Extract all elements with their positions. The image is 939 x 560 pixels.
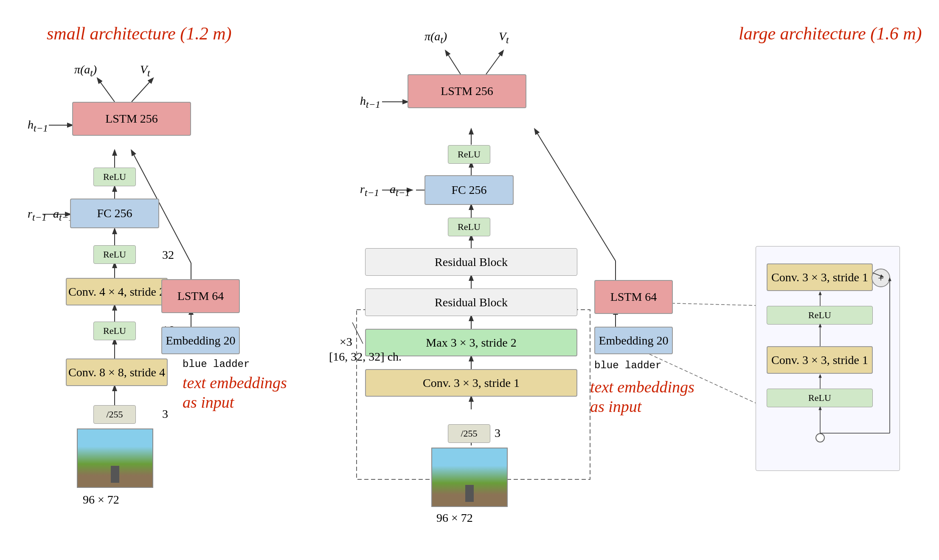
svg-line-8	[132, 78, 153, 102]
vt-label-left: Vt	[140, 63, 150, 79]
conv2-left: Conv. 4 × 4, stride 2	[66, 278, 168, 305]
svg-line-24	[446, 51, 461, 74]
residual-block-1: Residual Block	[365, 288, 577, 316]
image-left	[77, 428, 153, 488]
lstm-small-left: LSTM 64	[161, 279, 240, 313]
lstm-main-right: LSTM 256	[408, 74, 526, 108]
channel-sizes-label: [16, 32, 32] ch.	[329, 350, 402, 364]
ht1-label-left: ht−1	[28, 118, 48, 134]
rt1-label-left: rt−1	[28, 207, 47, 223]
image-size-left: 96 × 72	[83, 493, 119, 507]
svg-line-7	[98, 78, 115, 102]
svg-line-31	[535, 129, 616, 261]
at1-label-right: at−1	[390, 182, 410, 199]
ch3-label-left: 3	[162, 407, 168, 421]
lstm-main-left: LSTM 256	[72, 102, 191, 136]
blue-ladder-right: blue ladder	[594, 360, 661, 371]
lstm-small-right: LSTM 64	[594, 280, 673, 314]
ht1-label-right: ht−1	[360, 94, 380, 110]
fc-right: FC 256	[425, 175, 514, 205]
embedding-left: Embedding 20	[161, 327, 240, 354]
pi-label-left: π(at)	[74, 63, 97, 79]
rt1-label-right: rt−1	[360, 182, 379, 199]
image-size-right: 96 × 72	[436, 511, 473, 525]
vt-label-right: Vt	[499, 30, 509, 46]
embedding-right: Embedding 20	[594, 327, 673, 354]
fc-left: FC 256	[70, 199, 159, 228]
relu2-right: ReLU	[448, 218, 490, 236]
residual-block-2: Residual Block	[365, 248, 577, 276]
residual-detail-box: Conv. 3 × 3, stride 1 + ReLU Conv. 3 × 3…	[756, 246, 900, 471]
norm-left: /255	[93, 405, 136, 424]
svg-line-33	[352, 322, 363, 344]
image-right	[431, 448, 508, 507]
pi-label-right: π(at)	[425, 30, 447, 46]
norm-right: /255	[448, 424, 490, 443]
text-embed-right: text embeddingsas input	[590, 378, 694, 416]
svg-line-25	[486, 51, 503, 74]
multiplier-label: ×3	[340, 335, 352, 349]
relu-top-right: ReLU	[448, 145, 490, 164]
ch32-label-left: 32	[162, 248, 174, 262]
conv1-left: Conv. 8 × 8, stride 4	[66, 358, 168, 386]
large-arch-title: large architecture (1.6 m)	[722, 23, 922, 44]
relu2-left: ReLU	[93, 245, 136, 264]
text-embed-left: text embeddingsas input	[183, 373, 287, 412]
small-arch-title: small architecture (1.2 m)	[30, 23, 231, 44]
blue-ladder-left: blue ladder	[183, 358, 250, 370]
svg-line-40	[873, 273, 883, 277]
conv-base-right: Conv. 3 × 3, stride 1	[365, 369, 577, 397]
relu1-left: ReLU	[93, 168, 136, 186]
ch3-label-right: 3	[495, 426, 500, 440]
relu3-left: ReLU	[93, 322, 136, 340]
